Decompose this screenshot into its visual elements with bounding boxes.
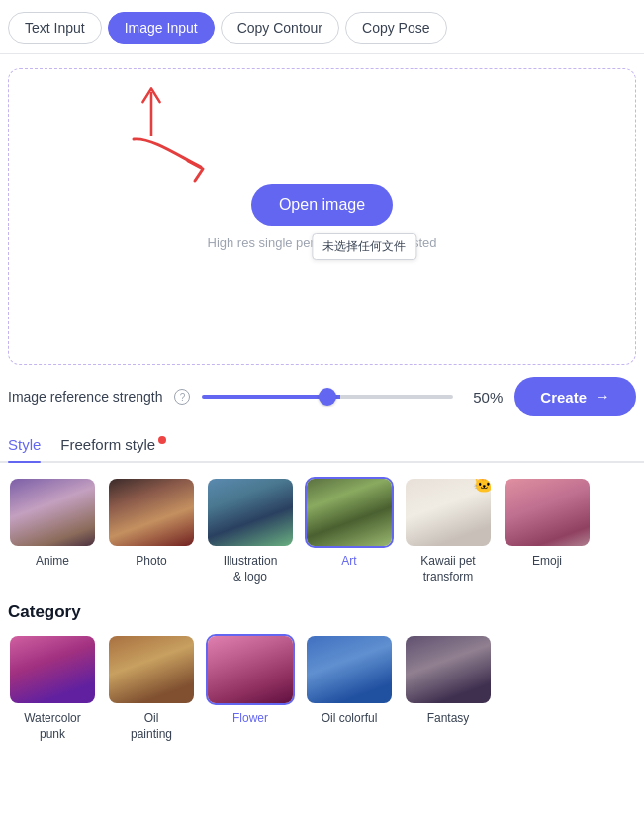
strength-slider-wrap [202,395,453,399]
style-thumb-illustration [206,477,295,548]
tab-copy-contour[interactable]: Copy Contour [221,12,339,44]
category-thumb-watercolor [8,634,97,705]
style-label-anime: Anime [36,554,69,570]
strength-percent: 50% [465,389,503,406]
category-item-oil[interactable]: Oilpainting [107,634,196,742]
create-arrow-icon: → [595,388,610,406]
kawaii-emoji-overlay: 🐱 [473,477,493,495]
style-item-emoji[interactable]: Emoji [503,477,592,585]
style-thumb-photo [107,477,196,548]
category-label-oil: Oilpainting [131,711,172,742]
category-img-flower [208,636,293,703]
open-image-container: Open image High res single person image … [208,184,437,250]
style-item-photo[interactable]: Photo [107,477,196,585]
strength-slider[interactable] [202,395,453,399]
help-icon[interactable]: ? [174,389,190,405]
style-img-emoji [505,479,590,546]
tab-copy-pose[interactable]: Copy Pose [345,12,446,44]
category-label-fantasy: Fantasy [427,711,470,727]
style-item-illustration[interactable]: Illustration& logo [206,477,295,585]
create-label: Create [540,389,587,406]
category-item-watercolor[interactable]: Watercolorpunk [8,634,97,742]
style-label-emoji: Emoji [532,554,562,570]
style-thumb-anime [8,477,97,548]
category-item-flower[interactable]: Flower [206,634,295,742]
style-item-art[interactable]: Art [305,477,394,585]
category-item-oil-colorful[interactable]: Oil colorful [305,634,394,742]
category-thumb-oil-colorful [305,634,394,705]
file-tooltip: 未选择任何文件 [312,233,416,260]
freeform-label: Freeform style [60,436,155,453]
category-img-oil-colorful [307,636,392,703]
tabs-bar: Text Input Image Input Copy Contour Copy… [0,0,644,54]
freeform-dot [158,436,166,444]
category-item-fantasy[interactable]: Fantasy [404,634,493,742]
style-label-art: Art [341,554,356,570]
category-label-flower: Flower [232,711,268,727]
category-img-oil [109,636,194,703]
style-img-art [307,479,392,546]
create-button[interactable]: Create → [514,377,636,416]
upload-area: Open image High res single person image … [8,68,636,365]
style-thumb-kawaii: 🐱 [404,477,493,548]
style-img-photo [109,479,194,546]
strength-label: Image reference strength [8,389,162,405]
style-thumb-emoji [503,477,592,548]
style-grid: Anime Photo Illustration& logo Art 🐱 Kaw… [0,477,644,585]
style-label-illustration: Illustration& logo [224,554,278,585]
style-thumb-art [305,477,394,548]
category-title: Category [0,602,644,622]
style-img-anime [10,479,95,546]
open-image-button[interactable]: Open image [251,184,393,226]
style-tabs: Style Freeform style [0,430,644,463]
tab-image-input[interactable]: Image Input [108,12,215,44]
category-thumb-fantasy [404,634,493,705]
category-grid: Watercolorpunk Oilpainting Flower Oil co… [0,634,644,742]
category-thumb-oil [107,634,196,705]
style-tab-style[interactable]: Style [8,430,41,461]
style-label-kawaii: Kawaii pettransform [420,554,475,585]
category-label-oil-colorful: Oil colorful [322,711,378,727]
strength-row: Image reference strength ? 50% Create → [0,377,644,416]
category-thumb-flower [206,634,295,705]
style-tab-freeform[interactable]: Freeform style [60,430,166,461]
style-item-kawaii[interactable]: 🐱 Kawaii pettransform [404,477,493,585]
category-img-watercolor [10,636,95,703]
category-label-watercolor: Watercolorpunk [24,711,81,742]
category-img-fantasy [406,636,491,703]
arrow-to-button [124,130,213,188]
style-label-photo: Photo [136,554,166,570]
style-img-illustration [208,479,293,546]
tab-text-input[interactable]: Text Input [8,12,102,44]
style-item-anime[interactable]: Anime [8,477,97,585]
